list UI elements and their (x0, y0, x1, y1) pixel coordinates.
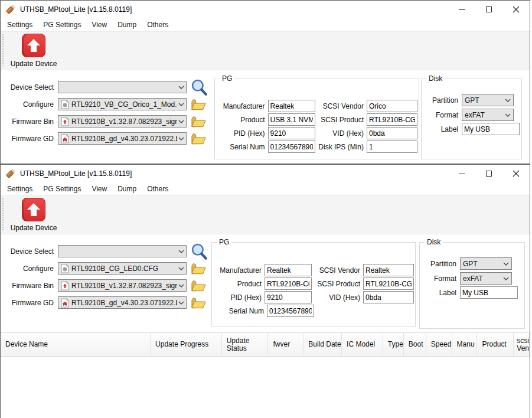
update-device-button[interactable]: Update Device (7, 33, 60, 68)
product-field[interactable] (268, 113, 315, 126)
chevron-down-icon (178, 284, 184, 288)
product-label: Product (214, 280, 262, 288)
column-boot[interactable]: Boot (404, 333, 426, 356)
firmware-gd-combo[interactable]: RTL9210B_gd_v4.30.23.071922.bin (58, 132, 187, 145)
browse-configure-button[interactable] (191, 262, 207, 276)
chevron-down-icon (178, 86, 184, 89)
column-manu[interactable]: Manu (452, 333, 478, 356)
gd-file-icon (60, 134, 70, 143)
device-table-body[interactable] (1, 357, 530, 418)
scsi-product-field[interactable] (367, 113, 417, 126)
serial-num-field[interactable] (267, 305, 314, 317)
toolbar-gripper[interactable] (2, 198, 4, 231)
firmware-bin-combo[interactable]: RTL9210B_v1.32.87.082923_signed. (58, 115, 187, 128)
column-scsi-ven[interactable]: scsi Ven (514, 333, 530, 356)
column-device-name[interactable]: Device Name (1, 333, 151, 356)
firmware-bin-row: Firmware Bin RTL9210B_v1.32.87.082923_si… (1, 279, 207, 292)
maximize-button[interactable] (475, 165, 502, 182)
title-bar: UTHSB_MPtool_Lite [v1.15.8.0119] (1, 1, 530, 18)
chevron-down-icon (178, 250, 184, 253)
firmware-gd-combo[interactable]: RTL9210B_gd_v4.30.23.071922.bin (58, 296, 187, 309)
vid-field[interactable] (363, 291, 414, 303)
pid-field[interactable] (265, 291, 312, 303)
menu-dump[interactable]: Dump (112, 183, 142, 195)
configure-combo[interactable]: RTL9210B_CG_LED0.CFG (58, 262, 187, 275)
chevron-down-icon (503, 277, 509, 280)
menu-others[interactable]: Others (142, 19, 174, 31)
minimize-button[interactable] (448, 1, 475, 18)
column-fwver[interactable]: fwver (268, 333, 303, 356)
toolbar-gripper[interactable] (2, 34, 4, 67)
chevron-down-icon (505, 99, 511, 102)
window-title: UTHSB_MPtool_Lite [v1.15.8.0119] (20, 169, 132, 178)
maximize-button[interactable] (475, 1, 502, 18)
close-icon (513, 170, 520, 177)
configure-combo[interactable]: RTL9210_VB_CG_Orico_1_Mod.cfg (58, 98, 187, 110)
column-build-date[interactable]: Build Date (303, 333, 342, 356)
menu-settings[interactable]: Settings (2, 183, 38, 195)
vid-label: VID (Hex) (315, 129, 364, 138)
column-update-status[interactable]: Update Status (222, 333, 269, 356)
vid-field[interactable] (367, 127, 417, 139)
menu-dump[interactable]: Dump (112, 19, 142, 31)
column-product[interactable]: Product (477, 333, 514, 356)
firmware-bin-combo[interactable]: RTL9210B_v1.32.87.082923_signed. (58, 279, 187, 292)
device-select-combo[interactable] (58, 81, 187, 93)
window-controls (448, 1, 530, 18)
manufacturer-field[interactable] (265, 264, 312, 276)
chevron-down-icon (178, 267, 184, 270)
configure-value: RTL9210_VB_CG_Orico_1_Mod.cfg (71, 100, 177, 109)
scsi-product-field[interactable] (363, 277, 414, 290)
update-device-button[interactable]: Update Device (7, 197, 60, 232)
column-ic-model[interactable]: IC Model (342, 333, 383, 356)
format-combo[interactable]: exFAT (462, 109, 514, 121)
format-combo[interactable]: exFAT (460, 272, 512, 285)
configure-row: Configure RTL9210B_CG_LED0.CFG (1, 262, 207, 275)
partition-combo[interactable]: GPT (462, 94, 514, 106)
format-label: Format (424, 111, 458, 119)
close-button[interactable] (502, 165, 530, 182)
pg-group: PG Manufacturer SCSI Vendor Product SCSI… (211, 242, 416, 326)
browse-firmware-gd-button[interactable] (191, 132, 207, 146)
browse-firmware-gd-button[interactable] (191, 296, 207, 310)
disk-ips-field[interactable] (367, 141, 417, 153)
column-type[interactable]: Type (383, 333, 404, 356)
maximize-icon (486, 6, 492, 12)
format-value: exFAT (463, 275, 502, 283)
device-select-label: Device Select (1, 247, 54, 256)
format-label: Format (422, 275, 456, 283)
browse-firmware-bin-button[interactable] (191, 279, 207, 293)
browse-firmware-bin-button[interactable] (191, 115, 207, 129)
search-device-button[interactable] (190, 79, 208, 96)
search-device-button[interactable] (190, 243, 208, 260)
partition-combo[interactable]: GPT (460, 257, 512, 270)
menu-others[interactable]: Others (142, 183, 174, 195)
scsi-vendor-field[interactable] (367, 100, 417, 112)
menu-view[interactable]: View (86, 183, 112, 195)
product-field[interactable] (265, 277, 312, 290)
firmware-gd-value: RTL9210B_gd_v4.30.23.071922.bin (71, 299, 177, 307)
menu-settings[interactable]: Settings (2, 19, 38, 31)
column-update-progress[interactable]: Update Progress (151, 333, 222, 356)
disk-label-field[interactable] (462, 123, 520, 135)
scsi-vendor-field[interactable] (363, 264, 414, 276)
disk-label-field[interactable] (460, 286, 518, 299)
menu-view[interactable]: View (86, 19, 112, 31)
device-select-combo[interactable] (58, 245, 187, 257)
configure-value: RTL9210B_CG_LED0.CFG (71, 264, 177, 273)
column-speed[interactable]: Speed (426, 333, 452, 356)
serial-num-field[interactable] (268, 141, 315, 153)
manufacturer-field[interactable] (268, 100, 315, 112)
close-button[interactable] (502, 1, 530, 18)
firmware-gd-row: Firmware GD RTL9210B_gd_v4.30.23.071922.… (1, 132, 207, 145)
cfg-file-icon (60, 264, 70, 273)
menu-pg-settings[interactable]: PG Settings (38, 19, 86, 31)
minimize-button[interactable] (448, 165, 475, 182)
title-bar: UTHSB_MPtool_Lite [v1.15.8.0119] (1, 165, 530, 182)
menu-pg-settings[interactable]: PG Settings (38, 183, 86, 195)
firmware-bin-label: Firmware Bin (1, 117, 54, 126)
scsi-vendor-label: SCSI Vendor (315, 102, 364, 110)
pid-field[interactable] (268, 127, 315, 139)
scsi-vendor-label: SCSI Vendor (312, 266, 360, 275)
browse-configure-button[interactable] (191, 97, 207, 112)
